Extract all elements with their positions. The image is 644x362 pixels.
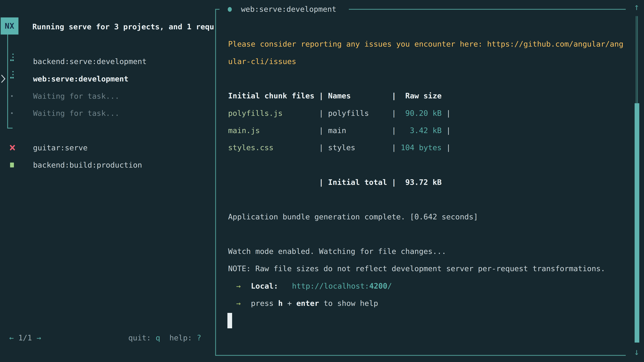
column-separator: | — [319, 109, 324, 118]
task-row[interactable]: Waiting for task... — [0, 105, 221, 122]
panel-title: web:serve:development — [241, 0, 336, 18]
notice-line-1: Please consider reporting any issues you… — [228, 35, 623, 53]
task-row[interactable]: backend:serve:development — [0, 53, 221, 70]
bundle-complete-line: Application bundle generation complete. … — [228, 208, 478, 225]
hint-t1: press — [251, 299, 278, 308]
task-label: web:serve:development — [33, 70, 128, 87]
column-separator: | — [319, 91, 324, 100]
chunk-size-cell: 104 bytes — [396, 143, 446, 152]
chunk-table-header: Initial chunk files | Names | Raw size — [228, 87, 442, 104]
chunk-name-cell: polyfills — [324, 109, 392, 118]
success-square-icon — [10, 163, 14, 167]
chunk-name-cell: styles — [324, 143, 392, 152]
waiting-dot-icon — [11, 95, 13, 97]
column-separator: | — [392, 178, 396, 187]
task-row[interactable]: backend:build:production — [0, 156, 221, 174]
total-empty-cell — [228, 178, 319, 187]
pager-bar: ← 1/1 → quit: q help: ? — [0, 329, 221, 347]
task-row-selected[interactable]: web:serve:development — [0, 70, 221, 87]
pager-page-indicator: 1/1 — [18, 329, 32, 347]
scrollbar-thumb[interactable] — [634, 103, 639, 343]
scrollbar-down-icon[interactable]: ↓ — [632, 343, 642, 361]
chunk-table-row: polyfills.js | polyfills | 90.20 kB | — [228, 105, 451, 122]
column-separator: | — [392, 91, 396, 100]
scrollbar-track[interactable] — [636, 16, 638, 103]
header-file-cell: Initial chunk files — [228, 91, 319, 100]
task-row[interactable]: Waiting for task... — [0, 87, 221, 105]
local-label: Local: — [251, 277, 278, 295]
column-separator: | — [392, 109, 396, 118]
url-suffix: / — [388, 282, 392, 291]
column-separator: | — [446, 143, 451, 152]
chunk-table-total-row: | Initial total | 93.72 kB — [228, 174, 442, 191]
task-label: Waiting for task... — [33, 87, 120, 105]
panel-border-top-stub — [215, 9, 220, 10]
column-separator: | — [446, 126, 451, 135]
watch-mode-line: Watch mode enabled. Watching for file ch… — [228, 243, 446, 260]
help-hint-row: → press h + enter to show help — [0, 295, 644, 312]
help-hint-text: press h + enter to show help — [251, 295, 378, 312]
running-status-dot-icon — [228, 7, 232, 12]
header-size-cell: Raw size — [396, 91, 442, 100]
chunk-name-cell: main — [324, 126, 392, 135]
spinner-icon — [10, 53, 14, 61]
spinner-icon — [10, 70, 14, 79]
hint-key-h: h — [278, 299, 283, 308]
selected-caret-icon — [0, 74, 6, 84]
column-separator: | — [319, 143, 324, 152]
prompt-arrow-icon: → — [236, 295, 241, 312]
total-size-cell: 93.72 kB — [396, 178, 442, 187]
shortcut-help-key: ? — [197, 329, 201, 347]
panel-border-bottom — [215, 355, 626, 356]
shortcut-quit-label: quit: — [128, 329, 151, 347]
column-separator: | — [446, 109, 451, 118]
url-port: 4200 — [369, 282, 388, 291]
pager-next-icon[interactable]: → — [36, 329, 41, 347]
chunk-table-row: styles.css | styles | 104 bytes | — [228, 139, 451, 156]
hint-key-enter: enter — [296, 299, 319, 308]
chunk-file-cell: main.js — [228, 126, 319, 135]
local-url-link[interactable]: http://localhost:4200/ — [292, 277, 392, 295]
app-heading: Running serve for 3 projects, and 1 requ — [32, 18, 220, 35]
terminal-cursor — [228, 313, 232, 328]
note-line: NOTE: Raw file sizes do not reflect deve… — [228, 260, 605, 277]
header-name-cell: Names — [324, 91, 392, 100]
failed-x-icon — [10, 144, 16, 151]
chunk-file-cell: polyfills.js — [228, 109, 319, 118]
chunk-size-cell: 3.42 kB — [396, 126, 446, 135]
column-separator: | — [319, 178, 324, 187]
panel-border-top-line — [349, 9, 626, 10]
column-separator: | — [392, 143, 396, 152]
task-label: backend:serve:development — [33, 53, 146, 70]
nx-logo: NX — [1, 17, 18, 34]
total-label-cell: Initial total — [324, 178, 392, 187]
chunk-file-cell: styles.css — [228, 143, 319, 152]
column-separator: | — [319, 126, 324, 135]
prompt-arrow-icon: → — [236, 277, 241, 295]
hint-t3: to show help — [319, 299, 378, 308]
task-label: guitar:serve — [33, 139, 88, 156]
chunk-table-row: main.js | main | 3.42 kB | — [228, 122, 451, 139]
nx-terminal-app: { "app": { "brand": "NX", "heading": "Ru… — [0, 0, 644, 362]
task-label: backend:build:production — [33, 156, 142, 174]
local-url-row: → Local: http://localhost:4200/ — [0, 277, 644, 295]
waiting-dot-icon — [11, 112, 13, 114]
column-separator: | — [392, 126, 396, 135]
scrollbar-up-icon[interactable]: ↑ — [632, 0, 642, 15]
task-label: Waiting for task... — [33, 105, 120, 122]
chunk-size-cell: 90.20 kB — [396, 109, 446, 118]
hint-t2: + — [283, 299, 296, 308]
task-row[interactable]: guitar:serve — [0, 139, 221, 156]
shortcut-help-label: help: — [170, 329, 192, 347]
url-prefix: http://localhost: — [292, 282, 369, 291]
shortcut-quit-key: q — [156, 329, 160, 347]
notice-line-2[interactable]: ular-cli/issues — [228, 53, 296, 70]
pager-prev-icon[interactable]: ← — [9, 329, 14, 347]
